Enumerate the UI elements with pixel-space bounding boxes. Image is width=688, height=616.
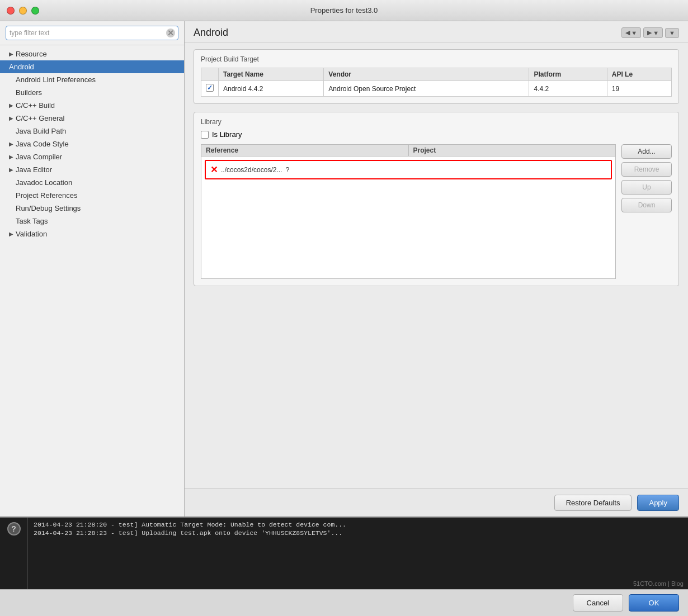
sidebar-item-java-code-style[interactable]: Java Code Style (0, 138, 184, 150)
search-container: ✕ (6, 26, 178, 40)
main-window: ✕ Resource Android Android Lint Preferen… (0, 21, 688, 616)
dialog-footer: Cancel OK (0, 589, 688, 616)
down-button[interactable]: Down (621, 198, 672, 212)
sidebar-item-cpp-build[interactable]: C/C++ Build (0, 99, 184, 112)
apply-button[interactable]: Apply (637, 495, 679, 511)
expand-arrow-icon (9, 167, 13, 173)
sidebar-item-builders[interactable]: Builders (0, 86, 184, 99)
restore-defaults-button[interactable]: Restore Defaults (554, 495, 632, 511)
table-col-vendor: Vendor (324, 68, 529, 81)
console-text-area: 2014-04-23 21:28:20 - test] Automatic Ta… (28, 518, 688, 589)
minimize-button[interactable] (19, 7, 27, 15)
library-table-header: Reference Project (201, 144, 616, 156)
sidebar-item-java-editor[interactable]: Java Editor (0, 163, 184, 176)
sidebar-item-android[interactable]: Android (0, 60, 184, 73)
sidebar-item-label: C/C++ Build (16, 101, 55, 110)
table-col-target: Target Name (219, 68, 324, 81)
nav-forward-button[interactable]: ▶ ▼ (643, 27, 663, 38)
cancel-button[interactable]: Cancel (573, 594, 623, 612)
lib-col-reference: Reference (201, 145, 409, 156)
add-button[interactable]: Add... (621, 144, 672, 159)
help-icon[interactable]: ? (7, 522, 21, 536)
panel-content: Project Build Target Target Name Vendor … (185, 42, 688, 489)
lib-col-project: Project (409, 145, 616, 156)
row-checkbox[interactable] (206, 84, 214, 92)
target-table: Target Name Vendor Platform API Le (201, 68, 672, 97)
expand-arrow-icon (9, 115, 13, 121)
sidebar-item-javadoc[interactable]: Javadoc Location (0, 176, 184, 189)
console-line-1: 2014-04-23 21:28:20 - test] Automatic Ta… (34, 521, 682, 528)
sidebar-item-label: Java Code Style (16, 140, 69, 148)
row-vendor: Android Open Source Project (324, 81, 529, 97)
up-button[interactable]: Up (621, 180, 672, 195)
watermark: 51CTO.com | Blog (633, 580, 684, 587)
error-x-icon: ✕ (210, 164, 218, 175)
sidebar-item-label: C/C++ General (16, 114, 64, 122)
sidebar-item-resource[interactable]: Resource (0, 48, 184, 60)
sidebar-item-label: Project References (16, 191, 78, 200)
close-button[interactable] (7, 7, 15, 15)
table-row[interactable]: Android 4.4.2 Android Open Source Projec… (201, 81, 672, 97)
search-wrap: ✕ (0, 21, 184, 45)
row-target-name: Android 4.4.2 (219, 81, 324, 97)
panel-header: Android ◀ ▼ ▶ ▼ ▼ (185, 21, 688, 42)
expand-arrow-icon (9, 102, 13, 108)
sidebar-item-label: Resource (16, 50, 47, 58)
expand-arrow-icon (9, 154, 13, 160)
library-buttons: Add... Remove Up Down (621, 144, 672, 279)
expand-arrow-icon (9, 231, 13, 237)
sidebar-item-label: Java Editor (16, 165, 52, 174)
sidebar-item-project-refs[interactable]: Project References (0, 189, 184, 202)
library-content: Reference Project ✕ ../cocos2d/cocos/2..… (201, 144, 672, 279)
nav-back-dropdown-icon: ▼ (631, 30, 637, 36)
sidebar-item-label: Java Compiler (16, 153, 62, 161)
dropdown-icon: ▼ (669, 30, 675, 36)
nav-back-icon: ◀ (625, 29, 630, 36)
library-error-row[interactable]: ✕ ../cocos2d/cocos/2... ? (205, 160, 612, 179)
sidebar-item-label: Java Build Path (16, 127, 66, 135)
sidebar-item-label: Builders (16, 88, 42, 97)
maximize-button[interactable] (31, 7, 39, 15)
sidebar-item-java-build-path[interactable]: Java Build Path (0, 125, 184, 138)
sidebar-item-label: Validation (16, 230, 47, 238)
lib-reference-text: ../cocos2d/cocos/2... (221, 166, 282, 174)
sidebar-item-run-debug[interactable]: Run/Debug Settings (0, 202, 184, 215)
library-section: Library Is Library Reference Project (194, 112, 679, 286)
sidebar-item-android-lint[interactable]: Android Lint Preferences (0, 73, 184, 86)
sidebar-item-label: Javadoc Location (16, 178, 72, 187)
titlebar: Properties for test3.0 (0, 0, 688, 21)
nav-forward-icon: ▶ (647, 29, 652, 36)
search-input[interactable] (6, 26, 178, 40)
lib-project-text: ? (285, 166, 289, 174)
sidebar-item-java-compiler[interactable]: Java Compiler (0, 150, 184, 163)
table-col-platform: Platform (529, 68, 607, 81)
panel-title: Android (194, 27, 228, 39)
sidebar-item-cpp-general[interactable]: C/C++ General (0, 112, 184, 125)
remove-button[interactable]: Remove (621, 162, 672, 177)
help-area: ? (0, 518, 28, 589)
sidebar-item-validation[interactable]: Validation (0, 228, 184, 240)
table-col-check (201, 68, 219, 81)
sidebar-item-task-tags[interactable]: Task Tags (0, 215, 184, 228)
nav-dropdown-button[interactable]: ▼ (665, 28, 679, 38)
expand-arrow-icon (9, 141, 13, 147)
is-library-row: Is Library (201, 130, 672, 139)
row-api: 19 (607, 81, 671, 97)
sidebar-item-label: Android Lint Preferences (16, 75, 96, 84)
sidebar: ✕ Resource Android Android Lint Preferen… (0, 21, 185, 517)
content-area: ✕ Resource Android Android Lint Preferen… (0, 21, 688, 517)
nav-back-button[interactable]: ◀ ▼ (621, 27, 641, 38)
right-panel: Android ◀ ▼ ▶ ▼ ▼ (185, 21, 688, 517)
build-target-section: Project Build Target Target Name Vendor … (194, 49, 679, 104)
panel-bottom-bar: Restore Defaults Apply (185, 489, 688, 517)
library-label: Library (201, 118, 672, 126)
search-clear-icon[interactable]: ✕ (166, 29, 175, 37)
build-target-label: Project Build Target (201, 55, 672, 63)
is-library-checkbox[interactable] (201, 131, 209, 139)
library-table-wrap: Reference Project ✕ ../cocos2d/cocos/2..… (201, 144, 616, 279)
ok-button[interactable]: OK (629, 594, 679, 612)
console-line-2: 2014-04-23 21:28:23 - test] Uploading te… (34, 529, 682, 537)
table-col-api: API Le (607, 68, 671, 81)
row-checkbox-cell[interactable] (201, 81, 219, 97)
expand-arrow-icon (9, 51, 13, 57)
